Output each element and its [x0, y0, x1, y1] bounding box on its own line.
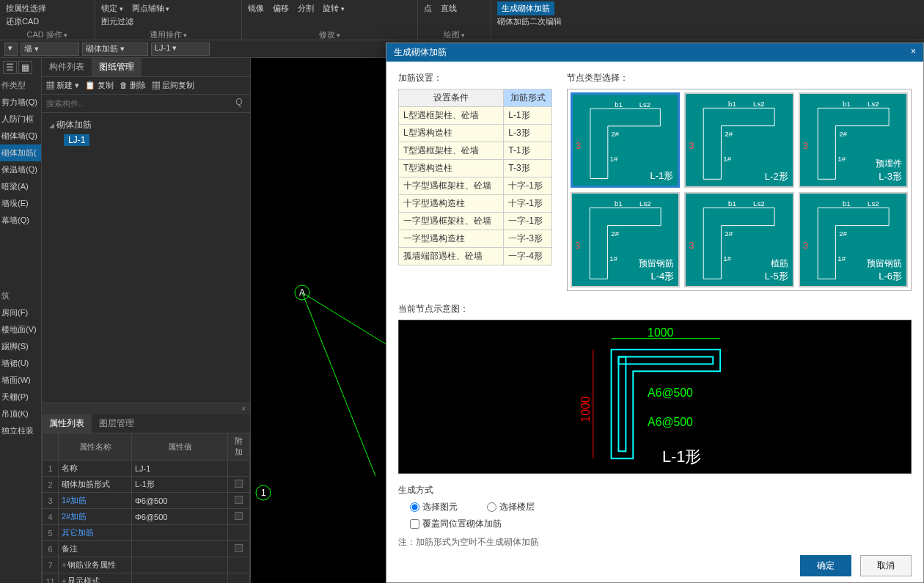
sidebar-item[interactable]: 人防门框 — [0, 111, 41, 128]
settings-table: 设置条件 加筋形式 L型遇框架柱、砼墙L-1形L型遇构造柱L-3形T型遇框架柱、… — [398, 89, 552, 265]
ribbon-group-general[interactable]: 通用操作 — [101, 29, 235, 40]
checkbox-overwrite[interactable]: 覆盖同位置砌体加筋 — [410, 518, 912, 530]
ribbon-btn-mirror[interactable]: 镜像 — [248, 3, 264, 14]
node-type-card[interactable]: b1Ls22#1#3预留钢筋L-6形 — [799, 192, 908, 287]
svg-text:A6@500: A6@500 — [648, 416, 693, 428]
property-row[interactable]: 31#加筋Φ6@500 — [43, 493, 250, 509]
settings-header-form[interactable]: 加筋形式 — [504, 89, 552, 107]
sidebar-item[interactable]: 房间(F) — [0, 304, 41, 321]
sel-category[interactable]: 墙 ▾ — [21, 43, 79, 56]
settings-header-condition[interactable]: 设置条件 — [399, 89, 504, 107]
sidebar-item[interactable]: 墙裙(U) — [0, 355, 41, 372]
sidebar-item[interactable]: 独立柱装 — [0, 422, 41, 439]
sel-dropdown-1[interactable]: ▾ — [4, 43, 18, 56]
tab-drawing-mgmt[interactable]: 图纸管理 — [92, 58, 142, 76]
tree-leaf-lj1[interactable]: LJ-1 — [64, 134, 89, 146]
sidebar-item[interactable]: 砌体墙(Q) — [0, 128, 41, 144]
left-header-2: 筑 — [0, 287, 41, 304]
property-row[interactable]: 7+钢筋业务属性 — [43, 557, 250, 573]
settings-row[interactable]: L型遇构造柱L-3形 — [399, 125, 552, 142]
property-row[interactable]: 42#加筋Φ6@500 — [43, 509, 250, 525]
property-row[interactable]: 5其它加筋 — [43, 525, 250, 541]
property-row[interactable]: 6备注 — [43, 541, 250, 557]
property-table: 属性名称 属性值 附加 1名称LJ-12砌体加筋形式L-1形31#加筋Φ6@50… — [42, 433, 250, 583]
settings-row[interactable]: T型遇框架柱、砼墙T-1形 — [399, 142, 552, 160]
ribbon-btn-restore-cad[interactable]: 还原CAD — [6, 16, 39, 27]
new-button[interactable]: ▦ 新建 ▾ — [46, 80, 79, 91]
property-row[interactable]: 11+显示样式 — [43, 573, 250, 584]
node-type-card[interactable]: b1Ls22#1#3L-1形 — [571, 92, 680, 188]
property-row[interactable]: 2砌体加筋形式L-1形 — [43, 477, 250, 493]
ribbon-btn-offset[interactable]: 偏移 — [273, 3, 289, 14]
sidebar-item[interactable]: 天棚(P) — [0, 389, 41, 406]
search-input[interactable] — [46, 97, 232, 110]
cancel-button[interactable]: 取消 — [860, 555, 912, 576]
svg-text:1#: 1# — [609, 254, 617, 263]
close-icon[interactable]: × — [911, 46, 916, 59]
node-type-card[interactable]: b1Ls22#1#3L-2形 — [684, 92, 793, 188]
radio-select-element[interactable]: 选择图元 — [410, 501, 458, 513]
svg-text:Ls2: Ls2 — [753, 100, 765, 108]
left-sidebar: ☰▦ 件类型 剪力墙(Q)人防门框砌体墙(Q)砌体加筋(保温墙(Q)暗梁(A)墙… — [0, 58, 42, 583]
property-row[interactable]: 1名称LJ-1 — [43, 461, 250, 477]
svg-text:1#: 1# — [610, 155, 618, 163]
ribbon-btn-line[interactable]: 直线 — [441, 3, 457, 14]
search-icon[interactable]: Q — [232, 97, 246, 110]
view-icon-2[interactable]: ▦ — [18, 61, 32, 74]
copy-button[interactable]: 📋 复制 — [85, 80, 114, 91]
ribbon-group-draw[interactable]: 绘图 — [424, 29, 485, 40]
ribbon-btn-rotate[interactable]: 旋转 — [323, 3, 345, 14]
sidebar-item[interactable]: 剪力墙(Q) — [0, 94, 41, 111]
ribbon-btn-filter[interactable]: 图元过滤 — [101, 16, 133, 27]
svg-text:1#: 1# — [724, 155, 732, 163]
prop-header-att: 附加 — [228, 433, 250, 461]
settings-row[interactable]: 孤墙端部遇柱、砼墙一字-4形 — [399, 248, 552, 265]
settings-row[interactable]: 十字型遇框架柱、砼墙十字-1形 — [399, 177, 552, 195]
settings-row[interactable]: 一字型遇构造柱一字-3形 — [399, 230, 552, 248]
sidebar-item[interactable]: 砌体加筋( — [0, 144, 41, 161]
node-type-card[interactable]: b1Ls22#1#3预埋件L-3形 — [799, 92, 908, 188]
svg-text:2#: 2# — [612, 130, 620, 138]
svg-text:A: A — [299, 287, 305, 298]
ribbon-btn-edit-rebar[interactable]: 砌体加筋二次编辑 — [497, 16, 562, 27]
radio-select-floor[interactable]: 选择楼层 — [487, 501, 535, 513]
tab-layers[interactable]: 图层管理 — [92, 414, 142, 433]
node-type-card[interactable]: b1Ls22#1#3植筋L-5形 — [684, 192, 793, 287]
settings-row[interactable]: 十字型遇构造柱十字-1形 — [399, 195, 552, 213]
sidebar-item[interactable]: 幕墙(Q) — [0, 212, 41, 229]
svg-text:b1: b1 — [615, 100, 623, 109]
sidebar-item[interactable]: 墙面(W) — [0, 372, 41, 389]
ribbon-btn-point[interactable]: 点 — [424, 3, 432, 14]
ribbon-btn-aux-axis[interactable]: 两点辅轴 — [132, 3, 170, 14]
ok-button[interactable]: 确定 — [800, 555, 851, 576]
ribbon-btn-split[interactable]: 分割 — [298, 3, 314, 14]
ribbon-btn-lock[interactable]: 锁定 — [101, 3, 123, 14]
prop-header-value: 属性值 — [132, 433, 228, 461]
floor-copy-button[interactable]: ▦ 层间复制 — [152, 80, 194, 91]
sel-component[interactable]: LJ-1 ▾ — [151, 43, 210, 56]
sidebar-item[interactable]: 踢脚(S) — [0, 338, 41, 355]
settings-row[interactable]: 一字型遇框架柱、砼墙一字-1形 — [399, 213, 552, 230]
ribbon-btn-select-by-attr[interactable]: 按属性选择 — [6, 3, 46, 14]
sel-subcategory[interactable]: 砌体加筋 ▾ — [82, 43, 148, 56]
prop-panel-close[interactable]: × — [42, 403, 250, 414]
view-icon-1[interactable]: ☰ — [3, 61, 17, 74]
ribbon-group-modify[interactable]: 修改 — [248, 29, 411, 40]
svg-text:2#: 2# — [611, 230, 619, 238]
ribbon-group-cad[interactable]: CAD 操作 — [6, 29, 89, 40]
svg-text:A6@500: A6@500 — [648, 386, 693, 399]
sidebar-item[interactable]: 吊顶(K) — [0, 406, 41, 422]
svg-text:Ls2: Ls2 — [868, 100, 879, 108]
sidebar-item[interactable]: 保温墙(Q) — [0, 161, 41, 178]
ribbon-btn-generate-rebar[interactable]: 生成砌体加筋 — [497, 1, 554, 15]
sidebar-item[interactable]: 楼地面(V) — [0, 321, 41, 338]
settings-row[interactable]: T型遇构造柱T-3形 — [399, 160, 552, 177]
sidebar-item[interactable]: 暗梁(A) — [0, 178, 41, 195]
node-type-card[interactable]: b1Ls22#1#3预留钢筋L-4形 — [571, 192, 680, 287]
delete-button[interactable]: 🗑 删除 — [120, 80, 146, 91]
settings-row[interactable]: L型遇框架柱、砼墙L-1形 — [399, 107, 552, 125]
tab-component-list[interactable]: 构件列表 — [42, 58, 92, 76]
sidebar-item[interactable]: 墙垛(E) — [0, 195, 41, 212]
tree-parent[interactable]: 砌体加筋 — [49, 117, 243, 133]
tab-properties[interactable]: 属性列表 — [42, 414, 92, 433]
